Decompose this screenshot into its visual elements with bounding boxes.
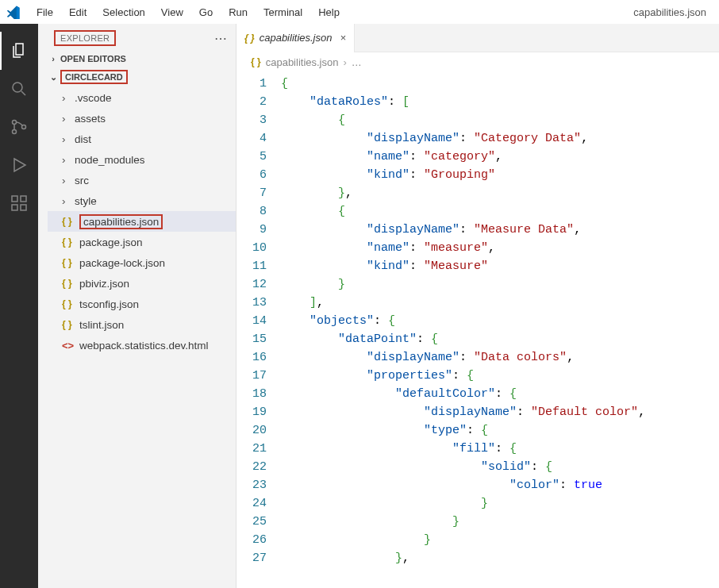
file-item[interactable]: { }pbiviz.json [48,273,236,294]
folder-item[interactable]: ›src [48,170,236,190]
breadcrumb-trail: … [352,56,362,68]
folder-label: style [75,195,97,207]
folder-item[interactable]: ›style [48,190,236,211]
json-file-icon: { } [244,33,255,44]
json-file-icon: { } [251,56,261,67]
menu-selection[interactable]: Selection [94,3,152,21]
menubar: FileEditSelectionViewGoRunTerminalHelp c… [0,0,719,24]
json-file-icon: { } [62,319,76,330]
code-area[interactable]: 1234567891011121314151617181920212223242… [236,71,719,588]
tab-capabilities[interactable]: { } capabilities.json × [236,24,355,52]
html-file-icon: <> [62,340,76,352]
folder-label: .vscode [75,92,112,104]
code-content[interactable]: { "dataRoles": [ { "displayName": "Categ… [278,71,719,588]
breadcrumbs[interactable]: { } capabilities.json › … [236,52,719,71]
folder-tree: ›.vscode›assets›dist›node_modules›src›st… [38,87,236,211]
chevron-right-icon: › [62,195,73,207]
file-label: capabilities.json [79,214,163,229]
chevron-right-icon: › [62,92,73,104]
folder-label: dist [75,133,91,145]
file-item[interactable]: { }capabilities.json [48,211,236,232]
json-file-icon: { } [62,298,76,309]
menu-go[interactable]: Go [191,3,221,21]
open-editors-section[interactable]: › OPEN EDITORS [38,51,236,67]
svg-rect-5 [12,205,17,210]
tab-bar: { } capabilities.json × [236,24,719,52]
sidebar-title: EXPLORER [54,30,116,46]
file-item[interactable]: <>webpack.statistics.dev.html [48,335,236,355]
sidebar-more-icon[interactable]: ⋯ [214,31,228,46]
folder-item[interactable]: ›dist [48,129,236,149]
json-file-icon: { } [62,216,76,227]
svg-point-0 [13,83,22,92]
activity-source-control-icon[interactable] [0,108,38,146]
close-icon[interactable]: × [340,32,346,44]
breadcrumb-file: capabilities.json [266,56,339,68]
file-item[interactable]: { }package-lock.json [48,252,236,273]
line-gutter: 1234567891011121314151617181920212223242… [236,71,278,588]
svg-rect-4 [12,196,17,202]
file-label: pbiviz.json [79,278,129,290]
json-file-icon: { } [62,278,76,289]
json-file-icon: { } [62,236,76,248]
chevron-right-icon: › [62,154,73,166]
folder-item[interactable]: ›.vscode [48,87,236,108]
activity-bar [0,24,38,588]
folder-item[interactable]: ›assets [48,108,236,129]
menu-help[interactable]: Help [310,3,348,21]
file-label: package.json [79,236,143,248]
menu-terminal[interactable]: Terminal [256,3,310,21]
title-filename: capabilities.json [633,6,713,18]
open-editors-label: OPEN EDITORS [60,54,126,63]
file-tree: { }capabilities.json{ }package.json{ }pa… [38,211,236,355]
chevron-right-icon: › [62,113,73,125]
sidebar: EXPLORER ⋯ › OPEN EDITORS ⌄ CIRCLECARD ›… [38,24,236,588]
activity-search-icon[interactable] [0,70,38,108]
file-item[interactable]: { }tslint.json [48,314,236,335]
svg-point-1 [13,121,17,125]
editor: { } capabilities.json × { } capabilities… [236,24,719,588]
activity-run-debug-icon[interactable] [0,146,38,184]
chevron-right-icon: › [343,56,346,68]
chevron-right-icon: › [62,175,73,186]
vscode-logo-icon [6,5,21,19]
menu-run[interactable]: Run [221,3,256,21]
folder-label: src [75,175,89,186]
json-file-icon: { } [62,257,76,268]
file-item[interactable]: { }package.json [48,232,236,252]
workspace-section[interactable]: ⌄ CIRCLECARD [38,67,236,87]
chevron-down-icon: ⌄ [48,72,59,83]
menu-edit[interactable]: Edit [61,3,94,21]
folder-label: assets [75,113,106,125]
tab-label: capabilities.json [260,32,333,44]
file-label: tslint.json [79,319,124,331]
file-item[interactable]: { }tsconfig.json [48,294,236,314]
file-label: webpack.statistics.dev.html [79,340,209,352]
sidebar-header: EXPLORER ⋯ [38,24,236,51]
file-label: tsconfig.json [79,298,139,310]
svg-rect-7 [21,196,26,202]
svg-rect-6 [21,205,26,210]
menu-items-container: FileEditSelectionViewGoRunTerminalHelp [29,3,348,21]
chevron-right-icon: › [48,54,59,63]
svg-point-3 [22,125,26,129]
folder-label: node_modules [75,154,145,166]
folder-item[interactable]: ›node_modules [48,149,236,170]
workspace-label: CIRCLECARD [60,70,128,84]
activity-explorer-icon[interactable] [0,32,38,70]
file-label: package-lock.json [79,257,165,269]
menu-view[interactable]: View [153,3,191,21]
menu-file[interactable]: File [29,3,61,21]
chevron-right-icon: › [62,133,73,145]
activity-extensions-icon[interactable] [0,184,38,222]
svg-point-2 [13,130,17,134]
